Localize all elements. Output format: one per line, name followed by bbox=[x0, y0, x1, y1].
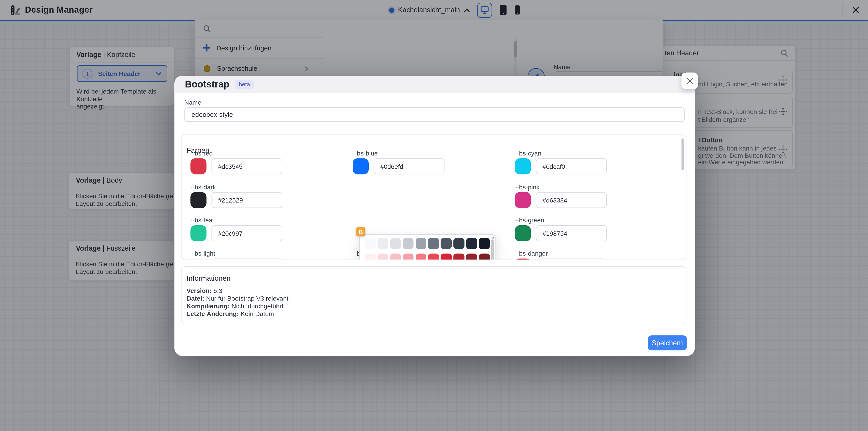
color-field---bs-blue: --bs-blue bbox=[352, 150, 508, 175]
color-swatch---bs-dark[interactable] bbox=[190, 192, 206, 208]
color-var-label: --bs-pink bbox=[515, 184, 670, 190]
color-field---bs-dark: --bs-dark bbox=[190, 184, 345, 208]
color-var-label: --bs-green bbox=[515, 217, 670, 223]
picker-swatch[interactable] bbox=[415, 238, 426, 249]
bootstrap-badge: B bbox=[356, 227, 366, 237]
modal-title: Bootstrap bbox=[185, 79, 229, 90]
color-input---bs-blue[interactable] bbox=[374, 158, 444, 174]
color-field---bs-cyan: --bs-cyan bbox=[515, 150, 670, 175]
picker-swatch[interactable] bbox=[454, 253, 464, 260]
color-var-label: --bs-red bbox=[190, 150, 345, 157]
modal-header: Bootstrap beta bbox=[174, 76, 694, 93]
color-swatch---bs-danger[interactable] bbox=[515, 258, 531, 260]
screen: Design Manager Kachelansicht_main bbox=[0, 0, 868, 431]
bootstrap-modal: Bootstrap beta Name Farben --bs-red--bs-… bbox=[174, 76, 694, 356]
color-var-label: --bs-light bbox=[190, 250, 345, 257]
color-swatch---bs-teal[interactable] bbox=[190, 225, 206, 241]
color-swatch---bs-light[interactable] bbox=[190, 258, 206, 260]
color-input---bs-dark[interactable] bbox=[212, 192, 282, 208]
scroll-up-icon bbox=[492, 237, 494, 239]
color-swatch---bs-cyan[interactable] bbox=[515, 158, 531, 174]
color-swatch---bs-blue[interactable] bbox=[352, 158, 369, 174]
picker-swatch[interactable] bbox=[466, 238, 477, 249]
picker-swatch[interactable] bbox=[403, 238, 414, 249]
farben-scrollbar[interactable] bbox=[682, 138, 684, 256]
color-field---bs-danger: --bs-danger bbox=[515, 250, 670, 260]
picker-swatch[interactable] bbox=[428, 238, 439, 249]
beta-badge: beta bbox=[235, 80, 254, 89]
style-name-input[interactable] bbox=[184, 107, 685, 122]
color-field---bs-green: --bs-green bbox=[515, 217, 670, 241]
info-row: Letzte Änderung: Kein Datum bbox=[186, 310, 288, 317]
color-field---bs-light: --bs-light bbox=[190, 250, 345, 260]
informationen-rows: Version: 5.3Datei: Nur für Bootstrap V3 … bbox=[186, 287, 288, 318]
close-icon bbox=[686, 77, 693, 85]
picker-swatch[interactable] bbox=[403, 253, 414, 260]
picker-scrollbar[interactable] bbox=[491, 236, 494, 260]
picker-swatch[interactable] bbox=[428, 253, 439, 260]
info-row: Datei: Nur für Bootstrap V3 relevant bbox=[186, 295, 288, 302]
picker-swatch[interactable] bbox=[390, 253, 401, 260]
informationen-title: Informationen bbox=[186, 274, 230, 282]
style-name-label: Name bbox=[184, 99, 202, 105]
color-input---bs-red[interactable] bbox=[212, 158, 282, 174]
modal-close-button[interactable] bbox=[682, 72, 698, 89]
color-field---bs-pink: --bs-pink bbox=[515, 184, 670, 208]
color-swatch---bs-green[interactable] bbox=[515, 225, 531, 241]
color-var-label: --bs-dark bbox=[190, 184, 345, 190]
farben-section: Farben --bs-red--bs-dark--bs-teal--bs-li… bbox=[181, 134, 686, 260]
color-input---bs-teal[interactable] bbox=[212, 225, 282, 241]
picker-swatch[interactable] bbox=[365, 238, 376, 249]
color-swatch---bs-red[interactable] bbox=[190, 158, 206, 174]
picker-swatch[interactable] bbox=[454, 238, 464, 249]
color-field---bs-teal: --bs-teal bbox=[190, 217, 345, 241]
picker-swatch[interactable] bbox=[377, 238, 388, 249]
color-input---bs-danger[interactable] bbox=[536, 258, 607, 260]
color-var-label: --bs-teal bbox=[190, 217, 345, 223]
color-input---bs-light[interactable] bbox=[212, 258, 282, 260]
color-input---bs-pink[interactable] bbox=[536, 192, 607, 208]
info-row: Kompilierung: Nicht durchgeführt bbox=[186, 302, 288, 310]
color-var-label: --bs-danger bbox=[515, 250, 670, 257]
picker-swatch[interactable] bbox=[479, 253, 490, 260]
picker-swatch[interactable] bbox=[479, 238, 490, 249]
picker-swatch[interactable] bbox=[441, 238, 452, 249]
picker-row-grays bbox=[365, 238, 490, 249]
color-picker-popup bbox=[359, 234, 496, 260]
save-button[interactable]: Speichern bbox=[648, 335, 687, 350]
picker-swatch[interactable] bbox=[415, 253, 426, 260]
color-input---bs-cyan[interactable] bbox=[536, 158, 607, 174]
color-field---bs-red: --bs-red bbox=[190, 150, 345, 175]
picker-swatch[interactable] bbox=[466, 253, 477, 260]
picker-swatch[interactable] bbox=[441, 253, 452, 260]
color-var-label: --bs-cyan bbox=[515, 150, 670, 157]
color-swatch---bs-pink[interactable] bbox=[515, 192, 531, 208]
picker-swatch[interactable] bbox=[377, 253, 388, 260]
picker-row-reds bbox=[365, 253, 490, 260]
picker-swatch[interactable] bbox=[365, 253, 376, 260]
picker-swatch[interactable] bbox=[390, 238, 401, 249]
color-input---bs-green[interactable] bbox=[536, 225, 607, 241]
info-row: Version: 5.3 bbox=[186, 287, 288, 295]
color-var-label: --bs-blue bbox=[352, 150, 508, 157]
informationen-section: Informationen Version: 5.3Datei: Nur für… bbox=[181, 266, 686, 324]
